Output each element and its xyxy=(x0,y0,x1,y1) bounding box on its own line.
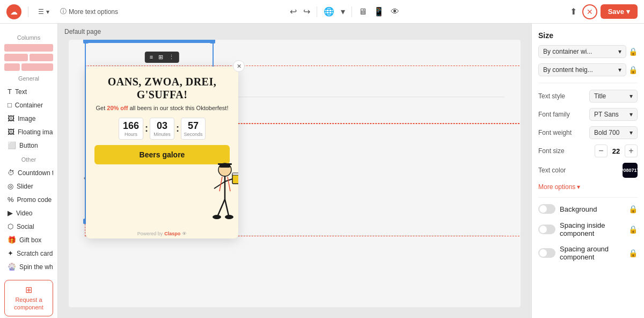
font-size-decrease[interactable]: − xyxy=(595,144,608,157)
sidebar-item-button[interactable]: ⬜ Button xyxy=(4,139,53,152)
sidebar-item-spin[interactable]: 🎡 Spin the wheel xyxy=(4,260,53,273)
request-component-button[interactable]: ⊞ Request a component xyxy=(4,280,53,316)
promo-icon: % xyxy=(8,196,14,204)
powered-by-text: Powered by xyxy=(137,231,163,236)
text-icon: T xyxy=(8,88,12,96)
spacing-inside-toggle[interactable] xyxy=(538,225,555,234)
spacing-inside-label: Spacing inside component xyxy=(560,221,626,237)
sidebar-item-text-label: Text xyxy=(15,88,27,96)
sidebar-item-social[interactable]: ⬡ Social xyxy=(4,220,53,233)
font-family-dropdown[interactable]: PT Sans ▾ xyxy=(589,108,638,121)
sidebar-item-slider[interactable]: ◎ Slider xyxy=(4,179,53,193)
timer-sep-1: : xyxy=(144,123,149,134)
timer-hours-label: Hours xyxy=(120,132,142,137)
columns-section-title: Columns xyxy=(4,34,53,41)
slider-icon: ◎ xyxy=(8,182,13,190)
font-weight-dropdown[interactable]: Bold 700 ▾ xyxy=(589,126,638,139)
sidebar-item-giftbox[interactable]: 🎁 Gift box xyxy=(4,233,53,247)
sidebar-item-countdown[interactable]: ⏱ Countdown tim... xyxy=(4,166,53,179)
more-text-options-button[interactable]: ⓘ More text options xyxy=(57,5,121,18)
text-color-swatch[interactable]: #080717 xyxy=(623,163,638,178)
container-width-lock[interactable]: 🔒 xyxy=(628,47,638,56)
logo: ☁ xyxy=(6,4,21,19)
spin-icon: 🎡 xyxy=(8,263,16,271)
svg-rect-9 xyxy=(232,173,238,175)
text-style-row: Text style Title ▾ xyxy=(538,90,638,103)
container-width-row: By container wi... ▾ 🔒 xyxy=(538,45,638,58)
request-icon: ⊞ xyxy=(8,285,49,295)
eye-icon-small: 👁 xyxy=(182,231,187,236)
banner-title: OANS, ZWOA, DREI,G'SUFFA! xyxy=(94,75,230,101)
globe-button[interactable]: 🌐 xyxy=(321,4,336,19)
menu-button[interactable]: ☰ ▾ xyxy=(35,6,53,18)
preview-button[interactable]: 👁 xyxy=(389,5,401,19)
sidebar-item-text[interactable]: T Text xyxy=(4,85,53,98)
spacing-around-lock[interactable]: 🔒 xyxy=(628,249,638,257)
sidebar-item-promo[interactable]: % Promo code xyxy=(4,193,53,206)
font-size-increase[interactable]: + xyxy=(625,144,638,157)
sidebar-item-image[interactable]: 🖼 Image xyxy=(4,112,53,125)
undo-button[interactable]: ↩ xyxy=(288,4,299,19)
desktop-button[interactable]: 🖥 xyxy=(356,5,369,19)
sidebar-item-video-label: Video xyxy=(16,209,32,217)
text-color-label: Text color xyxy=(538,167,623,174)
font-weight-chevron: ▾ xyxy=(630,129,633,136)
font-family-label: Font family xyxy=(538,111,589,118)
col-block-wide[interactable] xyxy=(21,63,53,71)
background-label: Background xyxy=(560,205,626,213)
font-weight-row: Font weight Bold 700 ▾ xyxy=(538,126,638,139)
svg-line-15 xyxy=(228,177,230,191)
sidebar-item-image-label: Image xyxy=(18,115,35,122)
spacing-inside-lock[interactable]: 🔒 xyxy=(628,225,638,234)
sidebar-item-floating-image[interactable]: 🖼 Floating image xyxy=(4,125,53,139)
button-icon: ⬜ xyxy=(8,141,16,149)
col-row-3 xyxy=(4,63,53,71)
menu-chevron: ▾ xyxy=(46,8,49,16)
tablet-button[interactable]: 📱 xyxy=(371,4,386,19)
banner-popup: ≡ ⊞ ⋮ ✕ OANS, ZWOA, DREI,G'SUFFA! Get 20… xyxy=(86,67,238,238)
svg-rect-6 xyxy=(232,174,238,184)
sidebar-item-slider-label: Slider xyxy=(17,183,33,190)
close-button[interactable]: ✕ xyxy=(582,4,597,19)
globe-chevron[interactable]: ▾ xyxy=(339,4,347,19)
content-height-lock[interactable]: 🔒 xyxy=(628,66,638,74)
divider-1 xyxy=(538,83,638,83)
share-button[interactable]: ⬆ xyxy=(568,4,579,19)
save-button[interactable]: Save ▾ xyxy=(601,4,638,19)
canvas-area[interactable]: Default page ❮ ≡ xyxy=(58,24,531,318)
font-size-row: Font size − 22 + xyxy=(538,144,638,157)
content-height-dropdown[interactable]: By content heig... ▾ xyxy=(538,63,626,76)
container-width-dropdown[interactable]: By container wi... ▾ xyxy=(538,45,626,58)
sidebar-item-spin-label: Spin the wheel xyxy=(19,263,53,271)
video-icon: ▶ xyxy=(8,209,13,217)
col-block-narrow[interactable] xyxy=(4,63,20,71)
sidebar-item-scratch[interactable]: ✦ Scratch card xyxy=(4,247,53,260)
col-block[interactable] xyxy=(4,44,53,52)
image-icon: 🖼 xyxy=(8,114,14,122)
sidebar-item-video[interactable]: ▶ Video xyxy=(4,206,53,220)
banner-tool-1[interactable]: ≡ xyxy=(148,53,155,61)
col-row-1 xyxy=(4,44,53,52)
content-height-chevron: ▾ xyxy=(618,66,621,74)
help-icon: ⓘ xyxy=(60,7,67,16)
banner-tool-2[interactable]: ⊞ xyxy=(157,53,165,61)
timer-sep-2: : xyxy=(175,123,180,134)
background-toggle-knob xyxy=(539,205,547,213)
more-options-button[interactable]: More options ▾ xyxy=(538,183,638,191)
banner-tool-3[interactable]: ⋮ xyxy=(167,53,176,61)
banner-close-button[interactable]: ✕ xyxy=(233,60,245,72)
content-height-row: By content heig... ▾ 🔒 xyxy=(538,63,638,76)
sidebar-item-promo-label: Promo code xyxy=(17,196,52,204)
more-options-label: More options xyxy=(538,183,575,191)
countdown-icon: ⏱ xyxy=(8,169,14,177)
text-style-dropdown[interactable]: Title ▾ xyxy=(589,90,638,103)
spacing-around-toggle[interactable] xyxy=(538,248,555,258)
background-toggle[interactable] xyxy=(538,204,555,214)
background-lock[interactable]: 🔒 xyxy=(628,205,638,213)
sidebar-item-container[interactable]: □ Container xyxy=(4,98,53,112)
col-block-a[interactable] xyxy=(4,54,28,61)
spacing-inside-toggle-knob xyxy=(539,226,547,233)
redo-button[interactable]: ↪ xyxy=(301,4,312,19)
col-block-b[interactable] xyxy=(30,54,53,61)
timer-seconds-value: 57 xyxy=(182,120,204,132)
